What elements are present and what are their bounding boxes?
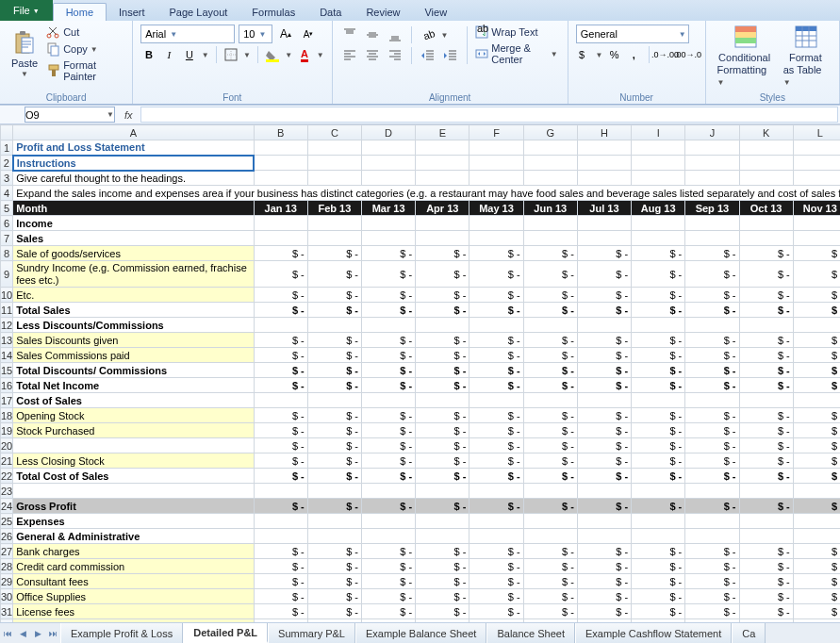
data-cell[interactable]: $ - xyxy=(254,408,307,423)
data-cell[interactable]: $ - xyxy=(793,619,840,623)
data-cell[interactable]: $ - xyxy=(254,544,307,559)
data-cell[interactable]: $ - xyxy=(469,261,523,288)
data-cell[interactable] xyxy=(739,529,793,544)
data-cell[interactable] xyxy=(793,529,840,544)
data-cell[interactable]: $ - xyxy=(307,333,361,348)
last-sheet-button[interactable]: ⏭ xyxy=(45,629,60,638)
data-cell[interactable]: $ - xyxy=(632,288,685,303)
accounting-button[interactable]: $ xyxy=(576,45,592,64)
data-cell[interactable]: $ - xyxy=(793,333,840,348)
data-cell[interactable]: $ - xyxy=(685,423,739,438)
data-cell[interactable]: $ - xyxy=(469,559,523,574)
data-cell[interactable]: $ - xyxy=(523,589,577,604)
sheet-tab[interactable]: Balance Sheet xyxy=(486,623,575,643)
data-cell[interactable] xyxy=(685,393,739,408)
data-cell[interactable]: $ - xyxy=(577,589,631,604)
data-cell[interactable]: $ - xyxy=(577,288,631,303)
data-cell[interactable] xyxy=(361,140,415,156)
data-cell[interactable] xyxy=(361,216,415,231)
next-sheet-button[interactable]: ▶ xyxy=(30,629,45,638)
data-cell[interactable]: $ - xyxy=(307,303,361,318)
row-label[interactable]: General & Administrative xyxy=(13,529,254,544)
row-label[interactable]: Credit card commission xyxy=(13,559,254,574)
data-cell[interactable] xyxy=(416,231,469,246)
data-cell[interactable]: $ - xyxy=(739,619,793,623)
data-cell[interactable]: $ - xyxy=(361,453,415,469)
data-cell[interactable]: $ - xyxy=(739,378,793,393)
row-label[interactable]: Profit and Loss Statement xyxy=(13,140,254,156)
row-label[interactable]: Sundry Income (e.g. Commission earned, f… xyxy=(13,261,254,288)
data-cell[interactable] xyxy=(632,393,685,408)
data-cell[interactable]: $ - xyxy=(254,453,307,469)
row-label[interactable]: Total Sales xyxy=(13,303,254,318)
row-label[interactable]: Stock Purchased xyxy=(13,423,254,438)
data-cell[interactable] xyxy=(739,171,793,186)
data-cell[interactable]: $ - xyxy=(469,619,523,623)
data-cell[interactable] xyxy=(416,529,469,544)
wrap-text-button[interactable]: abWrap Text xyxy=(473,25,559,40)
data-cell[interactable] xyxy=(685,318,739,333)
data-cell[interactable]: $ - xyxy=(793,408,840,423)
data-cell[interactable]: $ - xyxy=(361,559,415,574)
data-cell[interactable] xyxy=(685,140,739,156)
data-cell[interactable] xyxy=(577,529,631,544)
data-cell[interactable] xyxy=(307,216,361,231)
data-cell[interactable]: $ - xyxy=(361,303,415,318)
month-header[interactable]: Aug 13 xyxy=(632,201,685,216)
data-cell[interactable]: $ - xyxy=(254,499,307,514)
data-cell[interactable] xyxy=(793,514,840,529)
data-cell[interactable]: $ - xyxy=(793,544,840,559)
data-cell[interactable]: $ - xyxy=(416,453,469,469)
data-cell[interactable]: $ - xyxy=(632,348,685,363)
data-cell[interactable]: $ - xyxy=(685,453,739,469)
data-cell[interactable]: $ - xyxy=(469,499,523,514)
data-cell[interactable]: $ - xyxy=(254,619,307,623)
format-painter-button[interactable]: Format Painter xyxy=(45,58,124,83)
row-label[interactable]: Gross Profit xyxy=(13,499,254,514)
data-cell[interactable] xyxy=(254,231,307,246)
data-cell[interactable]: $ - xyxy=(254,469,307,484)
data-cell[interactable] xyxy=(469,140,523,156)
data-cell[interactable] xyxy=(307,231,361,246)
row-label[interactable]: Total Net Income xyxy=(13,378,254,393)
data-cell[interactable]: $ - xyxy=(307,619,361,623)
data-cell[interactable]: $ - xyxy=(416,544,469,559)
data-cell[interactable] xyxy=(361,393,415,408)
data-cell[interactable]: $ - xyxy=(523,363,577,378)
data-cell[interactable]: $ - xyxy=(523,333,577,348)
data-cell[interactable]: $ - xyxy=(416,469,469,484)
sheet-tab[interactable]: Summary P&L xyxy=(268,623,355,643)
data-cell[interactable]: $ - xyxy=(523,559,577,574)
data-cell[interactable]: $ - xyxy=(361,423,415,438)
month-header[interactable]: Jul 13 xyxy=(577,201,631,216)
row-label[interactable]: Expand the sales income and expenses are… xyxy=(13,186,840,201)
data-cell[interactable] xyxy=(739,140,793,156)
data-cell[interactable]: $ - xyxy=(254,438,307,453)
number-format-combo[interactable]: General▼ xyxy=(576,25,689,43)
data-cell[interactable]: $ - xyxy=(577,261,631,288)
data-cell[interactable]: $ - xyxy=(469,589,523,604)
data-cell[interactable] xyxy=(685,231,739,246)
data-cell[interactable]: $ - xyxy=(577,574,631,589)
align-top-button[interactable] xyxy=(340,25,359,44)
data-cell[interactable] xyxy=(577,484,631,499)
data-cell[interactable]: $ - xyxy=(523,246,577,261)
data-cell[interactable]: $ - xyxy=(469,246,523,261)
align-middle-button[interactable] xyxy=(363,25,382,44)
increase-indent-button[interactable] xyxy=(441,46,460,65)
data-cell[interactable] xyxy=(254,216,307,231)
data-cell[interactable]: $ - xyxy=(361,288,415,303)
underline-button[interactable]: U xyxy=(181,45,198,64)
data-cell[interactable]: $ - xyxy=(469,438,523,453)
data-cell[interactable]: $ - xyxy=(793,423,840,438)
month-header[interactable]: Jan 13 xyxy=(254,201,307,216)
data-cell[interactable]: $ - xyxy=(361,438,415,453)
data-cell[interactable]: $ - xyxy=(523,423,577,438)
data-cell[interactable]: $ - xyxy=(632,261,685,288)
data-cell[interactable]: $ - xyxy=(307,604,361,619)
month-header[interactable]: Oct 13 xyxy=(739,201,793,216)
data-cell[interactable]: $ - xyxy=(416,499,469,514)
data-cell[interactable]: $ - xyxy=(416,619,469,623)
data-cell[interactable] xyxy=(254,318,307,333)
data-cell[interactable]: $ - xyxy=(416,333,469,348)
